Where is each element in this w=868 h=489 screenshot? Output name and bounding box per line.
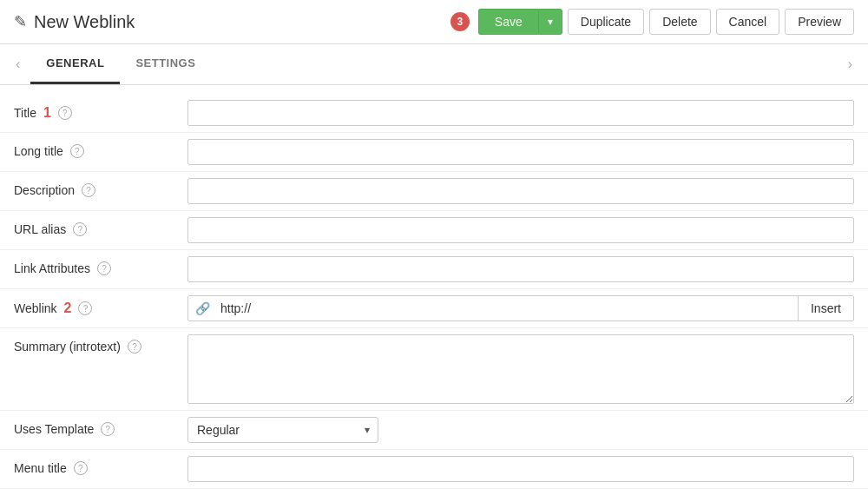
label-title: Title 1 ?	[14, 100, 187, 121]
step3-badge: 3	[450, 12, 470, 31]
save-caret-button[interactable]: ▾	[538, 9, 562, 35]
select-wrapper-template: Regular Custom	[187, 417, 378, 443]
step2-badge: 2	[64, 301, 72, 316]
field-row-long-title: Long title ?	[0, 133, 868, 172]
field-row-weblink: Weblink 2 ? 🔗 Insert	[0, 289, 868, 328]
save-button[interactable]: Save	[478, 9, 538, 35]
label-url-alias: URL alias ?	[14, 217, 187, 236]
label-uses-template: Uses Template ?	[14, 417, 187, 436]
insert-button[interactable]: Insert	[798, 296, 853, 320]
tab-general[interactable]: GENERAL	[30, 44, 120, 84]
label-menu-title: Menu title ?	[14, 456, 187, 475]
field-description	[187, 178, 854, 204]
field-title	[187, 100, 854, 126]
field-row-summary: Summary (introtext) ?	[0, 328, 868, 411]
menu-title-input[interactable]	[187, 456, 854, 482]
label-link-attributes: Link Attributes ?	[14, 256, 187, 275]
link-icon: 🔗	[188, 296, 217, 320]
edit-icon: ✎	[14, 12, 27, 31]
tabs-right-arrow[interactable]: ›	[841, 56, 859, 72]
tab-settings[interactable]: SETTINGS	[120, 44, 211, 84]
duplicate-button[interactable]: Duplicate	[568, 9, 644, 35]
label-summary: Summary (introtext) ?	[14, 334, 187, 354]
help-icon-summary[interactable]: ?	[128, 340, 141, 354]
field-link-attributes	[187, 256, 854, 282]
weblink-input[interactable]	[217, 296, 798, 320]
field-row-menu-title: Menu title ?	[0, 450, 868, 489]
field-row-url-alias: URL alias ?	[0, 211, 868, 250]
top-bar: ✎ New Weblink 3 Save ▾ Duplicate Delete …	[0, 0, 868, 44]
field-menu-title	[187, 456, 854, 482]
label-long-title: Long title ?	[14, 139, 187, 158]
field-row-link-attributes: Link Attributes ?	[0, 250, 868, 289]
help-icon-uses-template[interactable]: ?	[101, 422, 115, 436]
help-icon-weblink[interactable]: ?	[78, 301, 92, 315]
form-container: Title 1 ? Long title ? Description ? URL…	[0, 85, 868, 489]
delete-button[interactable]: Delete	[649, 9, 710, 35]
field-weblink: 🔗 Insert	[187, 295, 854, 321]
field-row-description: Description ?	[0, 172, 868, 211]
field-row-uses-template: Uses Template ? Regular Custom	[0, 411, 868, 450]
field-long-title	[187, 139, 854, 165]
field-row-title: Title 1 ?	[0, 94, 868, 133]
help-icon-url-alias[interactable]: ?	[73, 222, 87, 236]
url-alias-input[interactable]	[187, 217, 854, 243]
label-description: Description ?	[14, 178, 187, 197]
save-group: Save ▾	[478, 9, 562, 35]
description-input[interactable]	[187, 178, 854, 204]
help-icon-description[interactable]: ?	[82, 183, 95, 197]
link-attributes-input[interactable]	[187, 256, 854, 282]
summary-textarea[interactable]	[187, 334, 854, 404]
step1-badge: 1	[43, 105, 51, 121]
tabs: ‹ GENERAL SETTINGS ›	[0, 44, 868, 85]
page-title: ✎ New Weblink	[14, 12, 135, 32]
toolbar-buttons: 3 Save ▾ Duplicate Delete Cancel Preview	[450, 9, 854, 35]
uses-template-select[interactable]: Regular Custom	[187, 417, 378, 443]
long-title-input[interactable]	[187, 139, 854, 165]
field-summary	[187, 334, 854, 404]
field-uses-template: Regular Custom	[187, 417, 854, 443]
title-input[interactable]	[187, 100, 854, 126]
preview-button[interactable]: Preview	[785, 9, 854, 35]
weblink-field-container: 🔗 Insert	[187, 295, 854, 321]
page-title-text: New Weblink	[34, 12, 135, 32]
field-url-alias	[187, 217, 854, 243]
label-weblink: Weblink 2 ?	[14, 295, 187, 316]
help-icon-long-title[interactable]: ?	[70, 144, 84, 158]
tabs-left-arrow[interactable]: ‹	[9, 56, 27, 72]
help-icon-title[interactable]: ?	[58, 106, 72, 120]
cancel-button[interactable]: Cancel	[716, 9, 780, 35]
help-icon-menu-title[interactable]: ?	[74, 461, 88, 475]
help-icon-link-attributes[interactable]: ?	[97, 261, 111, 275]
